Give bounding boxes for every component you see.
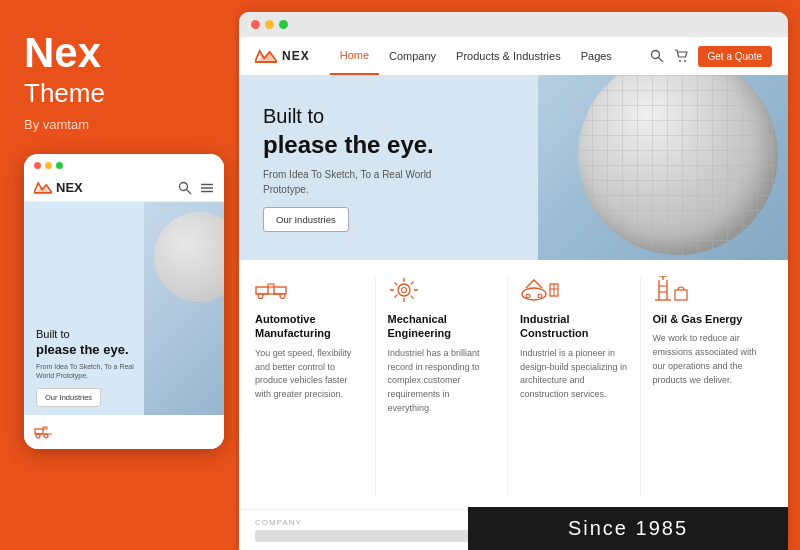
industry-icon-construction [520,276,628,304]
svg-point-24 [398,284,410,296]
desktop-logo-text: NEX [282,49,310,63]
svg-rect-20 [274,287,286,294]
mobile-logo-text: NEX [56,180,83,195]
industry-desc-mechanical: Industriel has a brilliant record in res… [388,347,496,417]
svg-line-15 [658,58,663,63]
industry-card-oil-gas: Oil & Gas Energy We work to reduce air e… [641,276,773,497]
nav-link-pages[interactable]: Pages [571,37,622,75]
browser-chrome [239,12,788,37]
desktop-hero-title: Built to please the eye. [263,103,475,160]
desktop-hero: Built to please the eye. From Idea To Sk… [239,75,788,260]
left-panel: Nex Theme By vamtam NEX [0,0,235,550]
right-panel: NEX Home Company Products & Industries P… [239,12,788,550]
automotive-icon [255,279,293,301]
industry-title-construction: Industrial Construction [520,312,628,341]
mobile-automotive-icon [34,423,62,441]
desktop-nav-links: Home Company Products & Industries Pages [330,37,650,75]
nav-link-company[interactable]: Company [379,37,446,75]
desktop-site: NEX Home Company Products & Industries P… [239,37,788,550]
bottom-strip: COMPANY Since 1985 [239,509,788,550]
industry-desc-construction: Industriel is a pioneer in design-build … [520,347,628,403]
industry-card-automotive: Automotive Manufacturing You get speed, … [255,276,376,497]
desktop-industries: Automotive Manufacturing You get speed, … [239,260,788,509]
desktop-hero-visual [538,75,788,260]
svg-rect-19 [268,284,274,287]
industry-desc-oil-gas: We work to reduce air emissions associat… [653,332,761,388]
svg-point-27 [526,294,530,298]
mobile-logo-icon [34,181,52,195]
industry-icon-oil-gas [653,276,761,304]
svg-point-16 [679,60,681,62]
mobile-hero-sphere [154,212,224,302]
industry-title-automotive: Automotive Manufacturing [255,312,363,341]
svg-line-3 [187,189,192,194]
svg-rect-7 [35,429,43,434]
mobile-dot-green [56,162,63,169]
svg-rect-18 [256,287,268,294]
mobile-nav-icons [178,181,214,195]
nav-link-products[interactable]: Products & Industries [446,37,571,75]
mobile-hero-text: Built to please the eye. From Idea To Sk… [36,327,151,407]
browser-dot-yellow [265,20,274,29]
svg-rect-39 [675,290,687,300]
since-1985-banner: Since 1985 [468,507,788,550]
svg-point-17 [684,60,686,62]
browser-dot-red [251,20,260,29]
svg-point-9 [36,434,40,438]
mobile-menu-icon [200,181,214,195]
industry-card-mechanical: Mechanical Engineering Industriel has a … [376,276,509,497]
industry-title-oil-gas: Oil & Gas Energy [653,312,761,326]
svg-rect-8 [43,427,47,429]
desktop-cart-icon[interactable] [674,49,688,63]
mobile-hero-title: Built to please the eye. [36,327,151,358]
svg-point-28 [538,294,542,298]
mobile-top-bar [24,154,224,174]
get-quote-button[interactable]: Get a Quote [698,46,772,67]
desktop-nav: NEX Home Company Products & Industries P… [239,37,788,75]
desktop-nav-right: Get a Quote [650,46,772,67]
industry-card-construction: Industrial Construction Industriel is a … [508,276,641,497]
mobile-nav: NEX [24,174,224,202]
mobile-dots [34,162,63,169]
mobile-hero-subtitle: From Idea To Sketch, To a Real World Pro… [36,362,151,382]
mobile-hero-cta[interactable]: Our Industries [36,388,101,407]
svg-point-14 [651,51,659,59]
mobile-hero-image [144,202,224,415]
desktop-hero-cta[interactable]: Our Industries [263,207,349,232]
theme-title: Nex Theme By vamtam [24,30,215,132]
industry-desc-automotive: You get speed, flexibility and better co… [255,347,363,403]
desktop-search-icon[interactable] [650,49,664,63]
construction-icon [520,278,560,302]
industry-icon-mechanical [388,276,496,304]
mobile-dot-red [34,162,41,169]
nav-link-home[interactable]: Home [330,37,379,75]
svg-point-26 [522,288,546,300]
desktop-logo-icon [255,48,277,64]
browser-dot-green [279,20,288,29]
desktop-hero-content: Built to please the eye. From Idea To Sk… [239,83,499,251]
industry-icon-automotive [255,276,363,304]
industry-title-mechanical: Mechanical Engineering [388,312,496,341]
mobile-search-icon [178,181,192,195]
mobile-mockup: NEX Built to p [24,154,224,449]
desktop-hero-subtitle: From Idea To Sketch, To a Real World Pro… [263,167,475,197]
svg-point-25 [401,288,406,293]
mobile-logo: NEX [34,180,83,195]
mobile-bottom-bar [24,415,224,449]
hero-sphere [578,75,778,255]
mobile-hero: Built to please the eye. From Idea To Sk… [24,202,224,415]
svg-point-2 [180,182,188,190]
mobile-dot-yellow [45,162,52,169]
oil-gas-icon [653,276,689,304]
svg-point-10 [44,434,48,438]
mechanical-icon [388,276,420,304]
desktop-logo: NEX [255,48,310,64]
